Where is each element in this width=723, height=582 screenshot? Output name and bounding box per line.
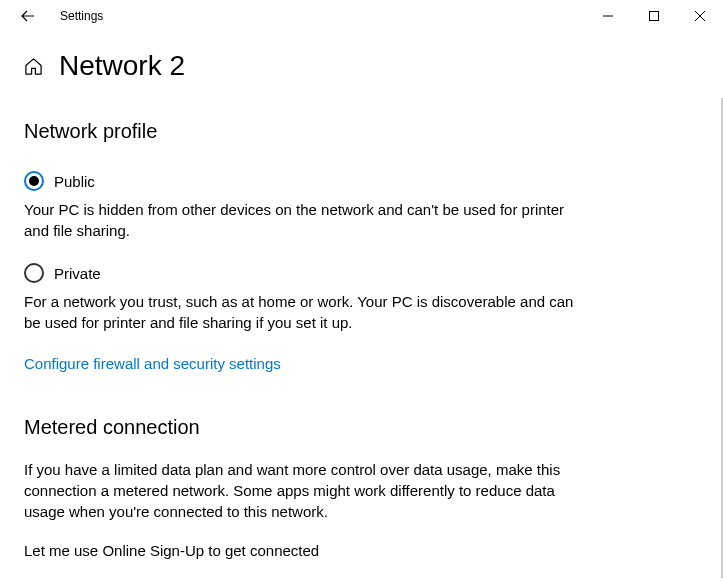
metered-section: Metered connection If you have a limited… xyxy=(24,416,699,559)
metered-description: If you have a limited data plan and want… xyxy=(24,459,579,522)
radio-public-label: Public xyxy=(54,173,95,190)
minimize-button[interactable] xyxy=(585,0,631,32)
page-title: Network 2 xyxy=(59,50,185,82)
radio-private-indicator xyxy=(24,263,44,283)
minimize-icon xyxy=(603,11,613,21)
metered-truncated-text: Let me use Online Sign-Up to get connect… xyxy=(24,542,699,559)
firewall-settings-link[interactable]: Configure firewall and security settings xyxy=(24,355,281,372)
radio-private-description: For a network you trust, such as at home… xyxy=(24,291,579,333)
titlebar: Settings xyxy=(0,0,723,32)
home-icon[interactable] xyxy=(24,57,43,76)
svg-rect-1 xyxy=(650,12,659,21)
maximize-button[interactable] xyxy=(631,0,677,32)
window-title: Settings xyxy=(60,9,103,23)
close-button[interactable] xyxy=(677,0,723,32)
radio-private[interactable]: Private xyxy=(24,263,699,283)
back-button[interactable] xyxy=(8,0,48,32)
radio-public-description: Your PC is hidden from other devices on … xyxy=(24,199,579,241)
network-profile-heading: Network profile xyxy=(24,120,699,143)
content-area: Network 2 Network profile Public Your PC… xyxy=(0,32,723,582)
radio-public[interactable]: Public xyxy=(24,171,699,191)
radio-private-label: Private xyxy=(54,265,101,282)
back-arrow-icon xyxy=(20,8,36,24)
radio-public-indicator xyxy=(24,171,44,191)
page-header: Network 2 xyxy=(24,50,699,82)
window-controls xyxy=(585,0,723,32)
close-icon xyxy=(695,11,705,21)
maximize-icon xyxy=(649,11,659,21)
metered-heading: Metered connection xyxy=(24,416,699,439)
